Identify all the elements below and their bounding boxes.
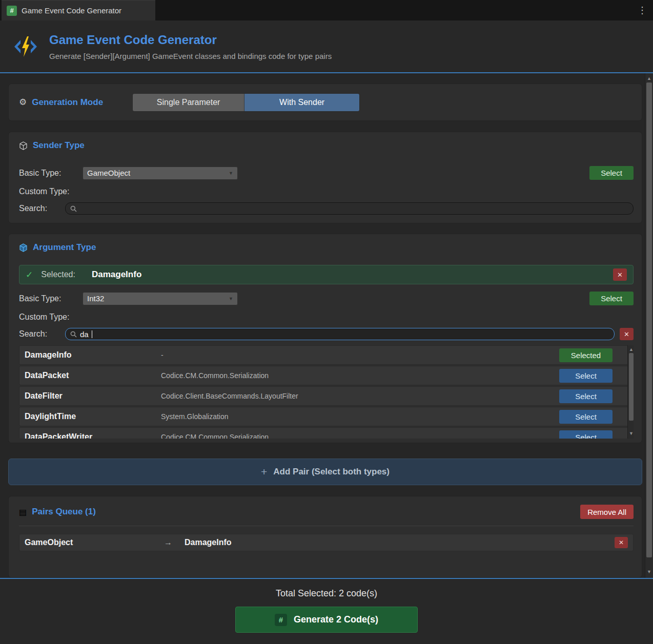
type-name: DataPacket	[25, 371, 161, 380]
sender-search-input[interactable]	[65, 202, 634, 215]
pair-sender: GameObject	[25, 538, 164, 547]
generation-mode-toggle: Single Parameter With Sender	[132, 93, 360, 112]
tab-game-event-code-generator[interactable]: # Game Event Code Generator	[2, 0, 155, 20]
results-scrollbar[interactable]: ▲ ▼	[627, 345, 634, 439]
type-namespace: -	[161, 351, 559, 359]
type-select-button[interactable]: Select	[559, 389, 613, 403]
custom-type-label: Custom Type:	[19, 187, 634, 196]
selected-label: Selected:	[41, 270, 75, 279]
remove-all-button[interactable]: Remove All	[580, 505, 634, 519]
cube-outline-icon	[19, 141, 28, 150]
search-icon	[70, 205, 77, 212]
clear-search-button[interactable]: ✕	[620, 328, 634, 340]
text-cursor	[92, 330, 92, 338]
argument-select-button[interactable]: Select	[589, 292, 634, 305]
pairs-queue-section: ▤ Pairs Queue (1) Remove All GameObject …	[8, 496, 642, 578]
main-content: ⚙ Generation Mode Single Parameter With …	[0, 73, 653, 578]
footer: Total Selected: 2 code(s) # Generate 2 C…	[0, 578, 653, 644]
toggle-with-sender[interactable]: With Sender	[244, 94, 359, 111]
clear-selected-button[interactable]: ✕	[613, 268, 627, 281]
main-scrollbar[interactable]: ▲ ▼	[645, 73, 653, 578]
header: Game Event Code Generator Generate [Send…	[0, 20, 653, 73]
scroll-up-icon[interactable]: ▲	[628, 347, 634, 352]
type-namespace: Codice.Client.BaseCommands.LayoutFilter	[161, 392, 559, 400]
pair-row: GameObject → DamageInfo ✕	[19, 534, 634, 551]
type-row[interactable]: DataPacketWriter Codice.CM.Common.Serial…	[19, 427, 634, 439]
type-search-results: DamageInfo - Selected DataPacket Codice.…	[19, 345, 634, 439]
tab-bar: # Game Event Code Generator ⋮	[0, 0, 653, 20]
argument-basic-type-dropdown[interactable]: Int32 ▼	[83, 292, 238, 305]
csharp-hash-icon: #	[275, 614, 287, 626]
pairs-queue-label: Pairs Queue (1)	[32, 507, 96, 517]
window-menu-icon[interactable]: ⋮	[638, 0, 647, 20]
sender-type-section: Sender Type Basic Type: GameObject ▼ Sel…	[8, 132, 642, 223]
tab-title: Game Event Code Generator	[22, 6, 121, 15]
type-name: DataPacketWriter	[25, 432, 161, 439]
type-name: DateFilter	[25, 391, 161, 401]
type-row[interactable]: DateFilter Codice.Client.BaseCommands.La…	[19, 386, 634, 406]
type-namespace: Codice.CM.Common.Serialization	[161, 371, 559, 380]
cube-filled-icon	[19, 243, 28, 252]
total-selected-text: Total Selected: 2 code(s)	[0, 588, 653, 599]
editor-window: # Game Event Code Generator ⋮ Game Event…	[0, 0, 653, 644]
check-icon: ✓	[26, 269, 33, 280]
sender-select-button[interactable]: Select	[589, 166, 634, 180]
sender-basic-type-dropdown[interactable]: GameObject ▼	[83, 167, 238, 180]
argument-search-input[interactable]: da	[65, 328, 615, 340]
custom-type-label: Custom Type:	[19, 313, 634, 322]
type-select-button[interactable]: Select	[559, 430, 613, 439]
arrow-right-icon: →	[164, 538, 185, 547]
remove-pair-button[interactable]: ✕	[615, 537, 628, 548]
search-label: Search:	[19, 204, 65, 213]
divider	[19, 526, 634, 526]
csharp-script-icon: #	[7, 6, 17, 16]
type-select-button[interactable]: Select	[559, 369, 613, 383]
pair-argument: DamageInfo	[185, 538, 232, 547]
scroll-down-icon[interactable]: ▼	[645, 569, 653, 574]
type-row[interactable]: DamageInfo - Selected	[19, 345, 634, 365]
toggle-single-parameter[interactable]: Single Parameter	[133, 94, 244, 111]
chevron-down-icon: ▼	[229, 296, 233, 301]
sender-type-label: Sender Type	[33, 140, 85, 151]
add-pair-button[interactable]: + Add Pair (Select both types)	[8, 459, 642, 485]
search-icon	[70, 331, 77, 338]
argument-type-label: Argument Type	[33, 242, 96, 253]
type-row[interactable]: DataPacket Codice.CM.Common.Serializatio…	[19, 366, 634, 385]
type-selected-button[interactable]: Selected	[559, 348, 613, 362]
basic-type-label: Basic Type:	[19, 169, 83, 178]
type-name: DaylightTime	[25, 412, 161, 421]
selected-type-banner: ✓ Selected: DamageInfo ✕	[19, 265, 634, 284]
type-row[interactable]: DaylightTime System.Globalization Select	[19, 407, 634, 426]
generation-mode-section: ⚙ Generation Mode Single Parameter With …	[8, 84, 642, 121]
gear-icon: ⚙	[19, 98, 27, 107]
lightning-bolt-icon	[13, 36, 38, 57]
generation-mode-label: Generation Mode	[32, 97, 103, 108]
search-label: Search:	[19, 329, 65, 339]
scrollbar-thumb[interactable]	[629, 353, 634, 421]
chevron-down-icon: ▼	[229, 171, 233, 176]
sender-basic-type-value: GameObject	[87, 169, 130, 177]
type-namespace: System.Globalization	[161, 412, 559, 421]
basic-type-label: Basic Type:	[19, 294, 83, 303]
scroll-up-icon[interactable]: ▲	[645, 76, 653, 81]
generate-button[interactable]: # Generate 2 Code(s)	[235, 607, 418, 633]
argument-basic-type-value: Int32	[87, 294, 104, 303]
scroll-down-icon[interactable]: ▼	[628, 431, 634, 436]
list-icon: ▤	[19, 507, 27, 517]
plus-icon: +	[261, 466, 267, 478]
page-subtitle: Generate [Sender][Argument] GameEvent cl…	[49, 52, 332, 60]
selected-value: DamageInfo	[92, 269, 141, 280]
page-title: Game Event Code Generator	[49, 33, 332, 47]
add-pair-label: Add Pair (Select both types)	[273, 467, 390, 477]
argument-type-section: Argument Type ✓ Selected: DamageInfo ✕ B…	[8, 234, 642, 443]
type-namespace: Codice.CM.Common.Serialization	[161, 433, 559, 439]
generate-button-label: Generate 2 Code(s)	[294, 614, 378, 625]
scrollbar-thumb[interactable]	[646, 82, 652, 557]
type-select-button[interactable]: Select	[559, 410, 613, 424]
argument-search-value: da	[80, 330, 89, 339]
type-name: DamageInfo	[25, 350, 161, 360]
